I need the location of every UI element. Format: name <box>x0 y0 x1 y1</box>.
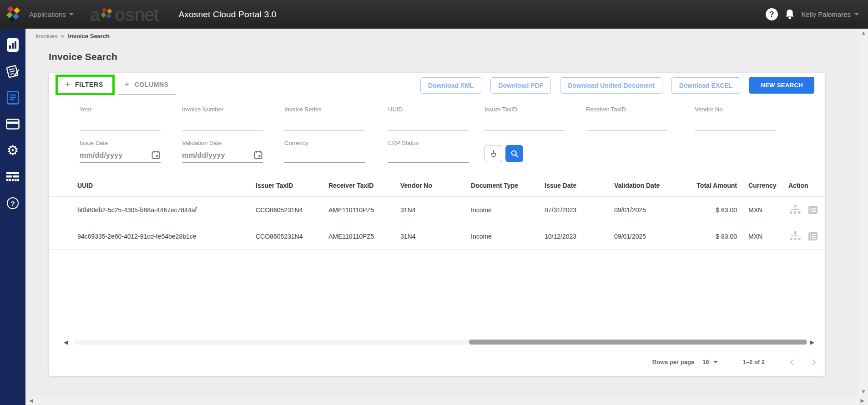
uuid-input[interactable] <box>388 113 469 130</box>
invoice-series-input[interactable] <box>284 113 365 130</box>
sidebar-item-help[interactable]: ? <box>5 196 20 210</box>
calendar-icon[interactable] <box>253 150 263 160</box>
invoice-document-icon <box>7 91 19 105</box>
scroll-right-arrow[interactable]: ▶ <box>861 398 864 403</box>
applications-menu[interactable]: Applications <box>29 10 74 18</box>
breadcrumb-current: Invoice Search <box>68 33 110 40</box>
scroll-right-arrow[interactable]: ▶ <box>810 340 814 345</box>
filter-label-year: Year <box>80 99 182 113</box>
new-search-button[interactable]: NEW SEARCH <box>749 77 814 94</box>
cell-currency: MXN <box>737 206 788 214</box>
gear-icon: ⚙ <box>7 144 19 157</box>
scroll-down-arrow[interactable]: ▼ <box>861 389 866 394</box>
col-header-currency: Currency <box>737 182 788 189</box>
caret-down-icon <box>713 361 718 363</box>
scrollbar-thumb[interactable] <box>469 340 807 345</box>
card-header: + FILTERS + COLUMNS Download XML Downloa… <box>49 73 825 99</box>
filter-label-issue-date: Issue Date <box>80 140 182 146</box>
bar-chart-icon <box>7 38 19 52</box>
cell-vendor-no: 31N4 <box>400 206 471 214</box>
vendor-no-input[interactable] <box>695 113 776 130</box>
sidebar-item-payments[interactable] <box>5 117 20 131</box>
previous-page-button[interactable] <box>790 359 794 366</box>
currency-input[interactable] <box>284 146 365 163</box>
details-action-button[interactable] <box>806 203 820 217</box>
hierarchy-action-button[interactable] <box>788 203 802 217</box>
cell-issuer-taxid: CCO8605231N4 <box>256 233 328 240</box>
filters-tab-label: FILTERS <box>75 81 103 88</box>
watermark-os: os <box>114 5 135 24</box>
table-header-row: UUID Issuer TaxID Receiver TaxID Vendor … <box>49 174 825 197</box>
caret-down-icon <box>69 13 74 15</box>
erp-status-input[interactable] <box>388 146 469 163</box>
sidebar-item-dashboard[interactable] <box>5 38 20 52</box>
sidebar-item-reports[interactable] <box>5 170 20 184</box>
receiver-taxid-input[interactable] <box>586 113 667 130</box>
col-header-validation-date: Validation Date <box>614 182 692 189</box>
page-horizontal-scrollbar[interactable]: ◀ ▶ <box>25 396 868 405</box>
cell-issue-date: 10/12/2023 <box>545 233 614 240</box>
filter-label-currency: Currency <box>284 140 388 146</box>
sidebar-item-settings[interactable]: ⚙ <box>5 143 20 158</box>
calendar-icon[interactable] <box>151 150 161 160</box>
table-row[interactable]: 94c69335-2e60-4012-91cd-fe54be28b1ce CCO… <box>49 223 825 250</box>
left-sidebar: ⚙ ? <box>0 29 25 396</box>
download-unified-document-button[interactable]: Download Unified Document <box>560 77 662 94</box>
cell-issue-date: 07/31/2023 <box>545 206 614 214</box>
table-row[interactable]: b0b80eb2-5c25-4305-b88a-4467ec7844af CCO… <box>49 197 825 223</box>
table-empty-space <box>49 250 825 336</box>
hierarchy-action-button[interactable] <box>788 230 802 243</box>
applications-label: Applications <box>29 10 66 18</box>
cell-total-amount: $ 63.00 <box>692 206 737 214</box>
clear-filters-button[interactable] <box>484 145 502 162</box>
cell-total-amount: $ 83.00 <box>692 233 737 240</box>
download-excel-button[interactable]: Download EXCEL <box>671 77 740 94</box>
filter-label-invoice-series: Invoice Series <box>284 99 388 113</box>
cell-uuid: b0b80eb2-5c25-4305-b88a-4467ec7844af <box>77 206 256 214</box>
col-header-uuid: UUID <box>77 182 256 189</box>
filter-label-uuid: UUID <box>388 99 484 113</box>
next-page-button[interactable] <box>812 359 816 366</box>
table-footer: Rows per page 10 1–2 of 2 <box>49 348 825 376</box>
top-bar: Applications a os net Axosnet Cloud Port… <box>0 0 868 29</box>
details-action-button[interactable] <box>806 230 820 243</box>
columns-tab-label: COLUMNS <box>135 81 169 88</box>
scroll-left-arrow[interactable]: ◀ <box>29 398 33 403</box>
list-details-icon <box>807 231 819 242</box>
page-title: Invoice Search <box>49 51 868 62</box>
help-icon[interactable]: ? <box>766 8 778 20</box>
page-vertical-scrollbar[interactable]: ▲ ▼ <box>859 29 868 396</box>
watermark-a: a <box>90 5 100 24</box>
watermark-pinwheel-icon <box>100 8 114 21</box>
sidebar-item-invoices-active[interactable] <box>5 90 20 105</box>
col-header-issue-date: Issue Date <box>545 182 614 189</box>
issue-date-input[interactable] <box>80 151 134 160</box>
portal-title: Axosnet Cloud Portal 3.0 <box>178 10 276 20</box>
invoice-number-input[interactable] <box>182 113 263 130</box>
breadcrumb-invoices[interactable]: Invoices <box>35 33 57 40</box>
notifications-bell-icon[interactable] <box>784 9 795 20</box>
scroll-left-arrow[interactable]: ◀ <box>64 340 68 345</box>
col-header-total-amount: Total Amount <box>692 182 737 189</box>
download-xml-button[interactable]: Download XML <box>420 77 481 94</box>
issuer-taxid-input[interactable] <box>484 113 565 130</box>
col-header-issuer-taxid: Issuer TaxID <box>256 182 328 189</box>
plus-icon: + <box>125 80 130 89</box>
scroll-up-arrow[interactable]: ▲ <box>861 30 866 35</box>
rows-per-page-label: Rows per page <box>652 359 694 365</box>
download-pdf-button[interactable]: Download PDF <box>490 77 551 94</box>
page-bottom-bar: ◀ ▶ <box>0 396 868 405</box>
tab-columns[interactable]: + COLUMNS <box>118 75 176 95</box>
tab-filters-highlighted[interactable]: + FILTERS <box>56 75 115 95</box>
year-input[interactable] <box>80 113 161 130</box>
sitemap-icon <box>789 231 801 242</box>
search-button[interactable] <box>505 145 523 162</box>
user-menu[interactable]: Kelly Palomares <box>802 10 859 18</box>
sidebar-item-notes[interactable] <box>5 64 20 79</box>
validation-date-input[interactable] <box>182 151 237 160</box>
rows-per-page-select[interactable]: 10 <box>702 359 717 365</box>
invoice-search-card: + FILTERS + COLUMNS Download XML Downloa… <box>49 73 825 376</box>
content-area: Invoices < Invoice Search Invoice Search… <box>25 29 868 396</box>
sitemap-icon <box>789 205 801 215</box>
cell-currency: MXN <box>737 233 788 240</box>
